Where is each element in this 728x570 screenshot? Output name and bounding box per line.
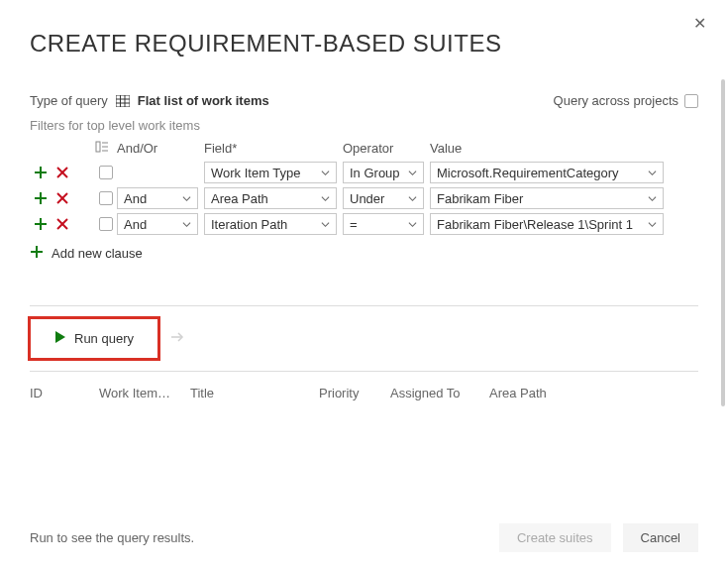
type-of-query: Type of query Flat list of work items: [30, 93, 269, 108]
row-checkbox[interactable]: [95, 213, 117, 235]
chevron-down-icon: [648, 217, 657, 232]
close-icon[interactable]: ✕: [693, 14, 706, 33]
delete-row-icon[interactable]: [52, 187, 73, 209]
field-select[interactable]: Area Path: [204, 187, 337, 209]
chevron-down-icon: [648, 166, 657, 180]
chevron-down-icon: [321, 217, 330, 232]
dialog-create-requirement-suites: ✕ CREATE REQUIREMENT-BASED SUITES Type o…: [0, 0, 728, 570]
query-across-checkbox[interactable]: [684, 94, 698, 108]
header-value: Value: [430, 141, 670, 158]
plus-icon: [30, 245, 44, 262]
query-across-label: Query across projects: [554, 93, 678, 108]
run-query-button[interactable]: Run query: [45, 327, 144, 350]
operator-select[interactable]: Under: [343, 187, 424, 209]
create-suites-button[interactable]: Create suites: [499, 523, 611, 552]
value-select[interactable]: Microsoft.RequirementCategory: [430, 162, 664, 183]
chevron-down-icon: [648, 191, 657, 206]
col-title[interactable]: Title: [190, 386, 299, 400]
col-id[interactable]: ID: [30, 386, 79, 400]
row-checkbox[interactable]: [95, 162, 117, 183]
operator-select[interactable]: In Group: [343, 162, 424, 183]
add-row-icon[interactable]: [30, 187, 52, 209]
value-select[interactable]: Fabrikam Fiber\Release 1\Sprint 1: [430, 213, 664, 235]
andor-select[interactable]: And: [117, 187, 198, 209]
value-select[interactable]: Fabrikam Fiber: [430, 187, 664, 209]
type-of-query-label: Type of query: [30, 93, 108, 108]
scrollbar[interactable]: [721, 79, 725, 406]
col-area-path[interactable]: Area Path: [489, 386, 547, 400]
add-row-icon[interactable]: [30, 213, 52, 235]
dialog-footer: Run to see the query results. Create sui…: [30, 523, 698, 552]
filter-grid: And/Or Field* Operator Value Work Item T…: [30, 141, 698, 235]
field-select[interactable]: Work Item Type: [204, 162, 337, 183]
delete-row-icon[interactable]: [52, 162, 73, 183]
results-columns: ID Work Item… Title Priority Assigned To…: [30, 372, 698, 414]
andor-select[interactable]: [117, 162, 198, 183]
svg-rect-5: [96, 142, 100, 152]
header-field: Field*: [204, 141, 343, 158]
footer-hint: Run to see the query results.: [30, 530, 194, 545]
run-query-label: Run query: [74, 331, 134, 346]
chevron-down-icon: [321, 166, 330, 180]
chevron-down-icon: [408, 166, 417, 180]
operator-select[interactable]: =: [343, 213, 424, 235]
chevron-down-icon: [408, 191, 417, 206]
andor-select[interactable]: And: [117, 213, 198, 235]
grouping-icon: [95, 141, 117, 158]
chevron-down-icon: [321, 191, 330, 206]
add-new-clause[interactable]: Add new clause: [30, 245, 698, 262]
type-of-query-value[interactable]: Flat list of work items: [138, 93, 269, 108]
query-type-row: Type of query Flat list of work items Qu…: [30, 93, 698, 108]
field-select[interactable]: Iteration Path: [204, 213, 337, 235]
col-assigned-to[interactable]: Assigned To: [390, 386, 469, 400]
add-row-icon[interactable]: [30, 162, 52, 183]
col-priority[interactable]: Priority: [319, 386, 370, 400]
delete-row-icon[interactable]: [52, 213, 73, 235]
highlight-annotation: Run query: [28, 316, 160, 361]
add-clause-label: Add new clause: [52, 246, 143, 261]
flat-list-icon: [116, 95, 130, 107]
filters-label: Filters for top level work items: [30, 118, 698, 133]
col-work-item[interactable]: Work Item…: [99, 386, 170, 400]
svg-rect-0: [116, 95, 130, 107]
run-query-row: Run query: [30, 306, 698, 372]
chevron-down-icon: [408, 217, 417, 232]
navigate-arrow-icon: [170, 330, 184, 347]
chevron-down-icon: [182, 191, 191, 206]
row-checkbox[interactable]: [95, 187, 117, 209]
header-andor: And/Or: [117, 141, 204, 158]
play-icon: [54, 331, 66, 346]
dialog-title: CREATE REQUIREMENT-BASED SUITES: [30, 30, 698, 57]
query-across-projects: Query across projects: [554, 93, 698, 108]
cancel-button[interactable]: Cancel: [623, 523, 698, 552]
header-operator: Operator: [343, 141, 430, 158]
svg-marker-23: [55, 331, 65, 343]
chevron-down-icon: [182, 217, 191, 232]
